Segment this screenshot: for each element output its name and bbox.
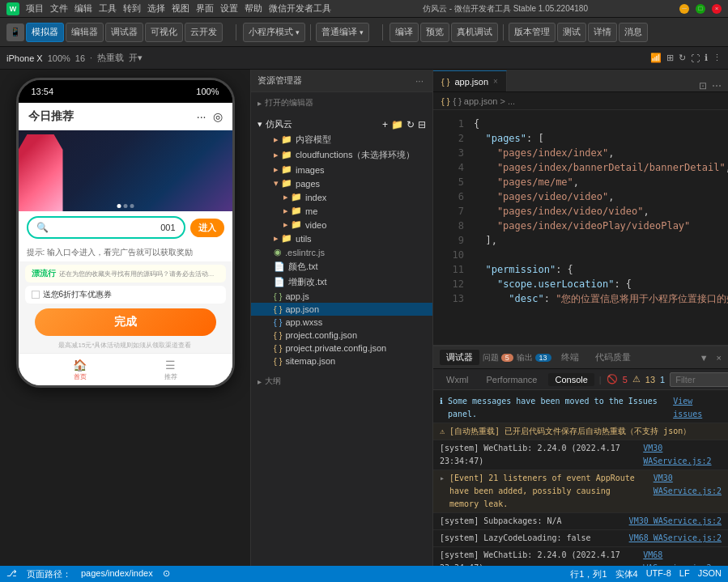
menu-edit[interactable]: 编辑 <box>75 2 92 15</box>
phone-banner[interactable] <box>19 130 232 211</box>
split-editor-icon[interactable]: ⊡ <box>699 80 707 91</box>
outline-section[interactable]: ▸ 大纲 <box>251 374 432 389</box>
console-collapse-icon[interactable]: ▼ <box>700 353 709 363</box>
file-eslintrc[interactable]: ◉ .eslintrc.js <box>251 245 432 259</box>
zoom-level: 100% <box>48 53 70 63</box>
file-appjson[interactable]: { } app.json <box>251 303 432 316</box>
console-tab-main[interactable]: Console <box>548 373 594 386</box>
filetree-menu-icon[interactable]: ··· <box>413 74 426 87</box>
complete-button[interactable]: 完成 <box>35 308 216 336</box>
menu-project[interactable]: 项目 <box>26 2 44 15</box>
folder-cloudfunctions[interactable]: ▸ 📁 cloudfunctions（未选择环境） <box>251 147 432 163</box>
messages-btn[interactable]: 消息 <box>619 23 648 42</box>
editor-content: 1 { 2 "pages": [ 3 "pages/index/index", … <box>433 110 728 345</box>
language-mode[interactable]: JSON <box>698 568 722 580</box>
search-input-wrapper[interactable]: 🔍 001 <box>27 216 185 239</box>
maximize-button[interactable]: □ <box>696 4 705 14</box>
folder-images[interactable]: ▸ 📁 images <box>251 163 432 176</box>
tab-home[interactable]: 🏠 首页 <box>73 359 87 381</box>
real-machine-btn[interactable]: 真机调试 <box>451 23 498 42</box>
banner-dot-2 <box>123 204 127 208</box>
folder-me[interactable]: ▸ 📁 me <box>251 204 432 218</box>
file-sitemap[interactable]: { } sitemap.json <box>251 355 432 367</box>
test-btn[interactable]: 测试 <box>557 23 586 42</box>
close-button[interactable]: × <box>712 4 722 14</box>
performance-tab[interactable]: Performance <box>480 373 544 386</box>
line-num: 5 <box>440 175 464 189</box>
file-projectprivateconfig[interactable]: { } project.private.config.json <box>251 342 432 355</box>
menu-view[interactable]: 视图 <box>172 2 189 15</box>
file-color[interactable]: 📄 颜色.txt <box>251 259 432 274</box>
wxml-tab[interactable]: Wxml <box>440 373 475 386</box>
vm68-link[interactable]: VM68 WAService.js:2 <box>629 532 722 545</box>
visual-btn[interactable]: 可视化 <box>145 23 183 42</box>
simulator-btn[interactable]: 模拟器 <box>26 23 64 42</box>
menu-interface[interactable]: 界面 <box>196 2 214 15</box>
details-btn[interactable]: 详情 <box>588 23 617 42</box>
tab-close-icon[interactable]: × <box>493 77 498 86</box>
new-file-icon[interactable]: + <box>382 119 388 130</box>
file-projectconfig[interactable]: { } project.config.json <box>251 329 432 342</box>
vm30-link[interactable]: VM30 WAService.js:2 <box>643 442 722 468</box>
vm30-link2[interactable]: VM30 WAService.js:2 <box>653 472 722 511</box>
console-close-icon[interactable]: × <box>717 353 722 363</box>
menu-settings[interactable]: 设置 <box>220 2 238 15</box>
open-dropdown[interactable]: 开▾ <box>129 52 143 64</box>
vm68-link2[interactable]: VM68 WAService.js:2 <box>643 549 722 566</box>
folder-index[interactable]: ▸ 📁 index <box>251 190 432 204</box>
rotate-icon[interactable]: ↻ <box>679 53 686 63</box>
folder-pages[interactable]: ▾ 📁 pages <box>251 176 432 190</box>
menu-goto[interactable]: 转到 <box>123 2 141 15</box>
file-crud[interactable]: 📄 增删改.txt <box>251 274 432 290</box>
vm30-link3[interactable]: VM30 WAService.js:2 <box>629 515 722 528</box>
fullscreen-icon[interactable]: ⛶ <box>691 53 700 63</box>
menu-file[interactable]: 文件 <box>50 2 68 15</box>
menu-devtools[interactable]: 微信开发者工具 <box>269 2 331 15</box>
folder-utils[interactable]: ▸ 📁 utils <box>251 232 432 245</box>
console-tab-terminal[interactable]: 终端 <box>555 350 585 365</box>
coupon-checkbox[interactable] <box>32 291 40 299</box>
folder-video[interactable]: ▸ 📁 video <box>251 218 432 232</box>
tab-appjson[interactable]: { } app.json × <box>433 70 507 91</box>
target-icon[interactable]: ◎ <box>213 110 223 123</box>
folder-content-model[interactable]: ▸ 📁 内容模型 <box>251 132 432 147</box>
menu-help[interactable]: 帮助 <box>245 2 262 15</box>
menu-tools[interactable]: 工具 <box>99 2 117 15</box>
code-text: "pages/index/videoPlay/videoPlay" <box>474 219 722 233</box>
preview-btn[interactable]: 预览 <box>420 23 449 42</box>
compile-btn[interactable]: 编译 <box>390 23 419 42</box>
minimize-button[interactable]: ─ <box>679 4 689 14</box>
console-tab-output[interactable]: 输出 13 <box>517 352 551 363</box>
version-btn[interactable]: 版本管理 <box>509 23 556 42</box>
more-editor-icon[interactable]: ⋯ <box>712 80 722 91</box>
refresh-icon[interactable]: ↻ <box>407 119 415 130</box>
new-folder-icon[interactable]: 📁 <box>391 119 403 130</box>
file-appwxss[interactable]: { } app.wxss <box>251 316 432 329</box>
ad-banner[interactable]: 漂流行 还在为您的收藏夹寻找有用的源码吗？请务必去活动地址领取最新资源 <box>25 265 226 283</box>
device-mode-btn[interactable]: 小程序模式 ▾ <box>243 23 305 42</box>
console-filter-input[interactable] <box>670 372 728 387</box>
title-bar-left: W 项目 文件 编辑 工具 转到 选择 视图 界面 设置 帮助 微信开发者工具 <box>6 2 331 15</box>
tab-recommend[interactable]: ☰ 推荐 <box>164 359 177 381</box>
debugger-btn[interactable]: 调试器 <box>105 23 143 42</box>
scan-icon[interactable]: ⊞ <box>666 53 674 63</box>
view-issues-link[interactable]: View issues <box>673 395 722 421</box>
search-enter-btn[interactable]: 进入 <box>190 219 224 237</box>
console-tab-debugger[interactable]: 调试器 <box>440 350 479 365</box>
grid-icon[interactable]: ⋮ <box>713 53 722 63</box>
compile-mode-btn[interactable]: 普通编译 ▾ <box>316 23 369 42</box>
editor-btn[interactable]: 编辑器 <box>66 23 104 42</box>
collapse-icon[interactable]: ⊟ <box>418 119 426 130</box>
quick-open-header[interactable]: ▸ 打开的编辑器 <box>251 96 432 110</box>
coupon-row[interactable]: 送您6折打车优惠券 <box>25 286 226 304</box>
page-path-value[interactable]: pages/index/index <box>81 568 153 580</box>
file-appjs[interactable]: { } app.js <box>251 290 432 303</box>
info-icon[interactable]: ℹ <box>705 53 708 63</box>
more-icon[interactable]: ··· <box>197 110 206 123</box>
console-tab-problems[interactable]: 问题 5 <box>483 352 513 363</box>
publish-btn[interactable]: 云开发 <box>185 23 223 42</box>
expand-icon[interactable]: ▸ <box>440 472 445 511</box>
project-header[interactable]: ▾ 仿风云 + 📁 ↻ ⊟ <box>251 117 432 132</box>
console-tab-quality[interactable]: 代码质量 <box>589 350 637 365</box>
menu-select[interactable]: 选择 <box>147 2 165 15</box>
